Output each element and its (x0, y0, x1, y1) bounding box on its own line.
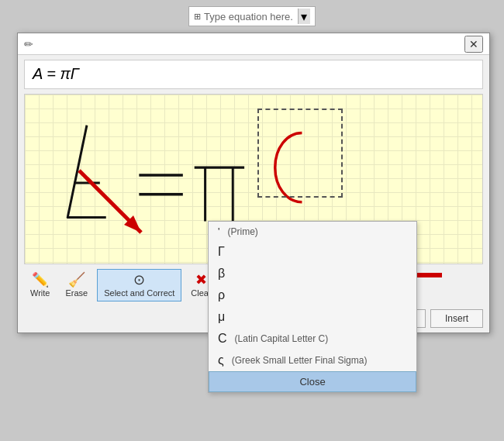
latin-c-label: (Latin Capital Letter C) (235, 333, 329, 344)
equation-input-bar[interactable]: ⊞ Type equation here. ▾ (188, 6, 316, 26)
beta-symbol: β (218, 267, 225, 281)
outer-wrapper: ⊞ Type equation here. ▾ ✏ ✕ A = πΓ (0, 0, 504, 441)
menu-item-beta[interactable]: β (209, 263, 416, 284)
close-button[interactable]: ✕ (464, 36, 483, 53)
latin-c-symbol: C (218, 332, 227, 346)
pen-icon: ✏ (24, 38, 33, 50)
menu-item-mu[interactable]: μ (209, 306, 416, 328)
prime-label: (Prime) (227, 226, 257, 237)
write-button[interactable]: ✏️ Write (24, 270, 56, 301)
svg-line-8 (79, 171, 91, 182)
gamma-symbol: Γ (218, 245, 225, 259)
title-bar-left: ✏ (24, 38, 33, 50)
select-correct-button[interactable]: ⊙ Select and Correct (97, 269, 181, 301)
equation-placeholder: Type equation here. (204, 11, 293, 22)
menu-item-latin-c[interactable]: C (Latin Capital Letter C) (209, 328, 416, 350)
select-icon: ⊙ (133, 273, 145, 287)
correction-menu-close[interactable]: Close (209, 371, 416, 392)
rho-symbol: ρ (218, 288, 225, 302)
selection-box (257, 109, 343, 198)
select-label: Select and Correct (104, 288, 174, 298)
menu-item-prime[interactable]: ' (Prime) (209, 222, 416, 241)
menu-item-gamma[interactable]: Γ (209, 241, 416, 263)
correction-menu: ' (Prime) Γ β ρ μ C (Latin Capital Lette… (208, 221, 417, 393)
sigma-symbol: ς (218, 353, 224, 367)
erase-icon: 🧹 (68, 273, 85, 287)
write-label: Write (30, 288, 50, 298)
equation-preview: A = πΓ (24, 60, 483, 89)
equation-dropdown-arrow[interactable]: ▾ (298, 9, 310, 24)
menu-item-rho[interactable]: ρ (209, 284, 416, 306)
clear-icon: ✖ (195, 273, 207, 287)
erase-button[interactable]: 🧹 Erase (59, 270, 94, 301)
equation-icon: ⊞ (194, 12, 201, 22)
title-bar: ✏ ✕ (18, 33, 489, 55)
menu-item-sigma[interactable]: ς (Greek Small Letter Final Sigma) (209, 350, 416, 371)
prime-symbol: ' (218, 226, 219, 237)
mu-symbol: μ (218, 310, 225, 324)
write-icon: ✏️ (32, 273, 49, 287)
insert-button[interactable]: Insert (430, 309, 483, 328)
sigma-label: (Greek Small Letter Final Sigma) (232, 355, 368, 366)
arrow-to-select-svg (71, 163, 164, 248)
erase-label: Erase (65, 288, 88, 298)
